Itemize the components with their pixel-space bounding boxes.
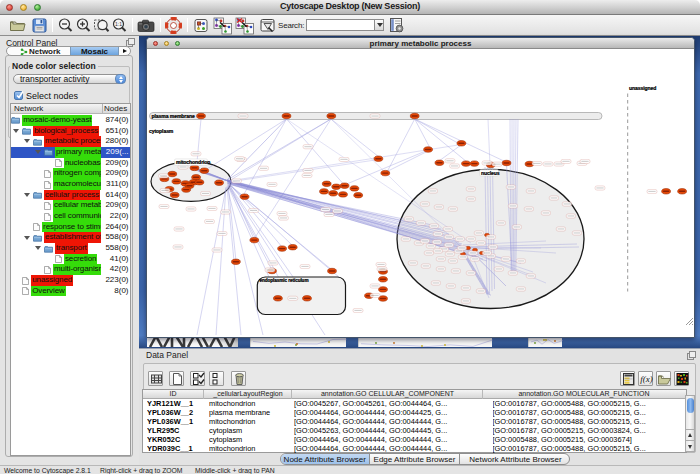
svg-text:mitochondrion: mitochondrion xyxy=(176,159,210,165)
svg-text:1:1: 1:1 xyxy=(115,21,122,27)
svg-text:nucleus: nucleus xyxy=(481,170,500,176)
svg-text:endoplasmic reticulum: endoplasmic reticulum xyxy=(260,278,309,283)
svg-text:plasma membrane: plasma membrane xyxy=(152,113,195,119)
svg-text:unassigned: unassigned xyxy=(629,85,656,91)
svg-text:cytoplasm: cytoplasm xyxy=(149,128,174,134)
svg-text:f(x): f(x) xyxy=(640,374,653,384)
